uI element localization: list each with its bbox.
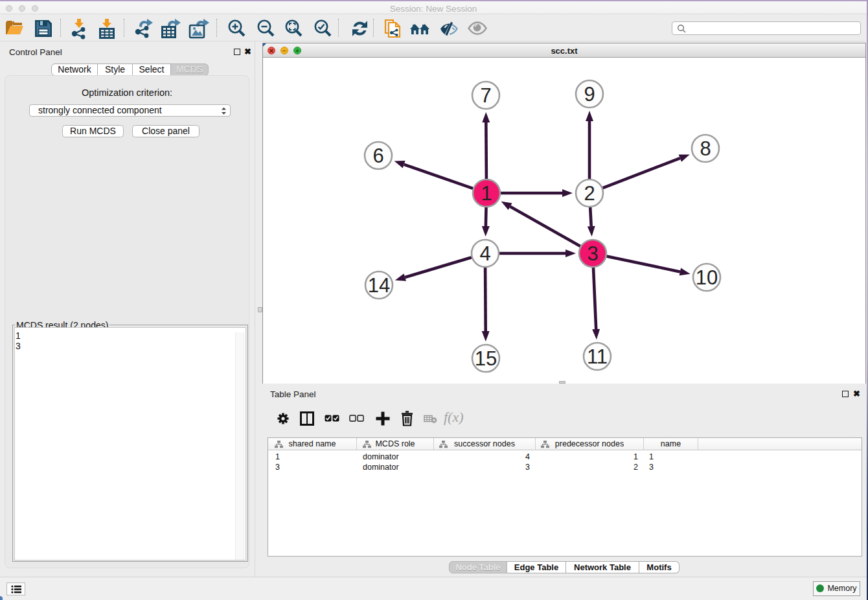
svg-text:15: 15 <box>475 347 497 370</box>
svg-text:9: 9 <box>584 83 595 106</box>
svg-text:7: 7 <box>480 84 491 107</box>
svg-text:10: 10 <box>696 266 718 289</box>
svg-text:3: 3 <box>587 242 598 265</box>
svg-text:14: 14 <box>368 274 390 297</box>
svg-text:11: 11 <box>587 345 608 368</box>
svg-text:2: 2 <box>584 182 595 205</box>
svg-text:1: 1 <box>481 182 492 205</box>
svg-text:4: 4 <box>479 242 490 265</box>
svg-text:8: 8 <box>700 137 711 160</box>
svg-text:6: 6 <box>372 144 383 167</box>
